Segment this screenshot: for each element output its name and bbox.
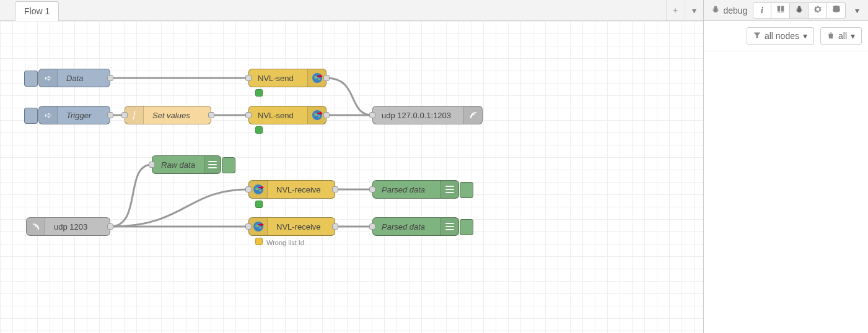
node-label: Trigger [58, 111, 110, 120]
node-udp-out[interactable]: udp 127.0.0.1:1203 [372, 106, 483, 124]
input-port[interactable] [121, 112, 128, 118]
node-label: udp 1203 [45, 222, 110, 231]
sidebar-title-label: debug [724, 6, 748, 15]
input-port[interactable] [369, 186, 375, 192]
input-port[interactable] [245, 75, 252, 81]
bug-icon [795, 5, 804, 15]
svg-point-2 [318, 79, 320, 80]
tab-bar: Flow 1 ＋ ▾ [0, 0, 703, 21]
debug-toolbar: all nodes ▾ all ▾ [704, 21, 868, 51]
node-label: Raw data [152, 160, 204, 170]
list-flows-button[interactable]: ▾ [685, 0, 703, 20]
sidebar-tab-context[interactable] [827, 2, 846, 19]
node-nvl-receive-2[interactable]: NVL-receive Wrong list Id [248, 217, 335, 236]
debug-icon [440, 181, 458, 198]
sidebar-menu-button[interactable]: ▾ [849, 2, 864, 19]
node-debug-raw[interactable]: Raw data [152, 155, 221, 174]
caret-down-icon: ▾ [851, 31, 855, 41]
node-label: NVL-send [249, 111, 307, 120]
output-port[interactable] [323, 112, 330, 118]
node-inject-data[interactable]: ➪ Data [38, 69, 110, 87]
sidebar-title: debug [708, 5, 752, 15]
input-port[interactable] [369, 112, 375, 118]
tab-active[interactable]: Flow 1 [15, 1, 59, 21]
function-icon: f [125, 106, 144, 124]
filter-nodes-button[interactable]: all nodes ▾ [747, 27, 814, 45]
info-icon: i [761, 6, 763, 15]
output-port[interactable] [332, 186, 338, 192]
caret-down-icon: ▾ [855, 6, 859, 15]
node-label: Set values [144, 111, 211, 120]
wire-layer [0, 21, 703, 333]
input-port[interactable] [245, 112, 252, 118]
output-port[interactable] [323, 75, 330, 81]
input-port[interactable] [245, 186, 252, 192]
svg-point-6 [318, 116, 320, 118]
node-inject-trigger[interactable]: ➪ Trigger [38, 106, 110, 124]
svg-point-11 [259, 190, 261, 192]
trash-icon [827, 31, 835, 41]
node-label: Parsed data [373, 222, 440, 231]
node-nvl-send-1[interactable]: NVL-send [248, 69, 327, 87]
input-port[interactable] [149, 162, 155, 168]
output-port[interactable] [107, 112, 113, 118]
workspace-canvas[interactable]: ➪ Data NVL-send ➪ Trigg [0, 21, 703, 333]
input-port[interactable] [369, 223, 375, 230]
output-port[interactable] [107, 75, 113, 81]
network-icon [249, 218, 268, 235]
sidebar-tab-help[interactable] [771, 2, 790, 19]
node-debug-parsed-1[interactable]: Parsed data [372, 180, 459, 199]
workspace-scroll[interactable]: ➪ Data NVL-send ➪ Trigg [0, 21, 703, 333]
debug-toggle-button[interactable] [460, 182, 473, 198]
filter-label: all nodes [765, 31, 799, 41]
caret-down-icon: ▾ [692, 6, 696, 15]
network-icon [249, 181, 268, 198]
input-port[interactable] [245, 223, 252, 230]
node-label: NVL-send [249, 74, 307, 83]
output-port[interactable] [332, 223, 338, 230]
clear-debug-button[interactable]: all ▾ [820, 27, 862, 45]
node-nvl-send-2[interactable]: NVL-send [248, 106, 327, 124]
svg-point-17 [38, 228, 39, 230]
tab-label: Flow 1 [24, 6, 50, 16]
node-nvl-receive-1[interactable]: NVL-receive [248, 180, 335, 199]
node-label: NVL-receive [268, 185, 335, 194]
debug-icon [204, 156, 221, 173]
caret-down-icon: ▾ [803, 31, 807, 41]
add-flow-button[interactable]: ＋ [666, 0, 685, 20]
svg-point-15 [259, 227, 261, 229]
node-udp-in[interactable]: udp 1203 [26, 217, 110, 236]
inject-button[interactable] [24, 108, 38, 124]
status-indicator [255, 238, 263, 245]
clear-label: all [838, 31, 847, 41]
sidebar-tab-info[interactable]: i [753, 2, 771, 19]
plus-icon: ＋ [671, 5, 680, 16]
debug-message-list[interactable] [704, 51, 868, 333]
debug-toggle-button[interactable] [222, 157, 235, 173]
debug-toggle-button[interactable] [460, 219, 473, 235]
status-indicator [255, 126, 263, 134]
book-icon [776, 5, 785, 15]
node-debug-parsed-2[interactable]: Parsed data [372, 217, 459, 236]
sidebar-tab-debug[interactable] [790, 2, 809, 19]
inject-icon: ➪ [39, 69, 58, 87]
wifi-icon [463, 106, 482, 124]
inject-button[interactable] [24, 71, 38, 87]
status-text: Wrong list Id [266, 239, 304, 246]
debug-icon [440, 218, 458, 235]
node-label: Data [58, 74, 110, 83]
output-port[interactable] [107, 223, 113, 230]
inject-icon: ➪ [39, 106, 58, 124]
node-function-set-values[interactable]: f Set values [125, 106, 211, 124]
filter-icon [753, 31, 761, 41]
node-label: udp 127.0.0.1:1203 [373, 111, 463, 120]
output-port[interactable] [208, 112, 214, 118]
database-icon [832, 5, 841, 15]
sidebar-header: debug i [704, 0, 868, 21]
node-label: NVL-receive [268, 222, 335, 231]
flow-editor: Flow 1 ＋ ▾ [0, 0, 704, 333]
sidebar: debug i [704, 0, 868, 333]
sidebar-tab-config[interactable] [809, 2, 827, 19]
node-label: Parsed data [373, 185, 440, 194]
status-indicator [255, 201, 263, 208]
